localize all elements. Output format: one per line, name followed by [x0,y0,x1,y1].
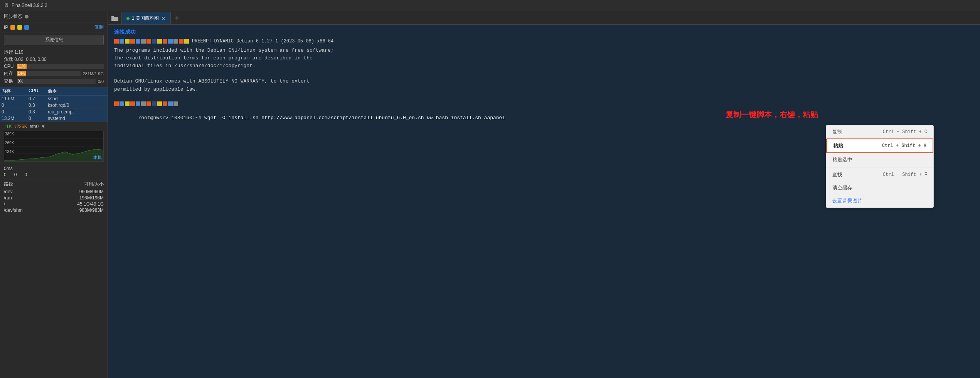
process-header: 内存 CPU 命令 [0,87,108,96]
cblock-10 [168,39,173,44]
app-title: FinalShell 3.9.2.2 [12,3,47,8]
sync-status: 同步状态 [4,13,29,20]
menu-paste-label: 粘贴 [833,142,843,149]
menu-bg-label: 设置背景图片 [832,197,862,204]
network-graph-svg [4,131,103,161]
proc-row-0[interactable]: 11.6M 0.7 sshd [0,96,108,102]
titlebar: 🖥 FinalShell 3.9.2.2 [0,0,980,11]
cpu-label: CPU [4,64,15,69]
menu-divider-1 [826,167,933,167]
graph-label-2: 134K [5,150,14,154]
proc-cmd-2: rcu_preempt [48,109,106,115]
tab-label-0: 1 美国西雅图 [132,15,159,22]
cblock2-0 [114,101,119,106]
cblock2-9 [163,101,167,106]
term-prompt: root@hwsrv-1080160:~# [138,115,204,121]
proc-row-2[interactable]: 0 0.3 rcu_preempt [0,109,108,115]
sidebar-header: 同步状态 [0,11,108,22]
swap-detail: 0/0 [98,79,104,84]
disk-avail-0: 960M/960M [79,189,104,194]
network-header: ↑1K ↓226K eth0 ▼ [4,124,104,129]
folder-icon[interactable] [108,12,122,24]
ip-row: IP 复制 [0,22,108,32]
cblock-4 [136,39,140,44]
network-section: ↑1K ↓226K eth0 ▼ 389K 269K 134K [0,122,108,165]
proc-header-cpu: CPU [29,88,48,94]
menu-copy-label: 复制 [832,128,842,135]
proc-cpu-2: 0.3 [29,109,48,115]
disk-row-3: /dev/shm 983M/983M [4,208,104,213]
app-icon: 🖥 [4,2,9,8]
cblock-11 [173,39,178,44]
tab-0[interactable]: 1 美国西雅图 ✕ [122,12,171,24]
swap-label: 交换 [4,78,15,84]
cblock2-1 [120,101,124,106]
mem-label: 内存 [4,70,15,77]
tab-close-0[interactable]: ✕ [161,15,166,22]
tab-add-button[interactable]: + [171,12,183,24]
cblock2-11 [173,101,178,106]
tab-dot-0 [126,17,130,20]
term-line-3 [114,70,974,77]
load-row: 负载 0.02, 0.03, 0.00 [4,56,104,63]
menu-item-copy[interactable]: 复制 Ctrl + Shift + C [826,125,933,138]
copy-button[interactable]: 复制 [94,24,104,30]
cblock2-3 [130,101,135,106]
proc-row-3[interactable]: 13.2M 0 systemd [0,115,108,122]
cblock2-4 [136,101,140,106]
stats-panel: 运行 1:19 负载 0.02, 0.03, 0.00 CPU 11% 内存 1… [0,47,108,87]
proc-mem-0: 11.6M [2,96,29,101]
menu-find-label: 查找 [832,171,842,178]
term-line-6 [114,94,974,101]
disk-avail-1: 196M/196M [79,195,104,201]
disk-avail-3: 983M/983M [79,208,104,213]
graph-label-1: 269K [5,141,14,145]
menu-item-bg[interactable]: 设置背景图片 [826,194,933,208]
cblock2-7 [152,101,157,106]
mem-progress: 内存 14% 281M/1.9G [4,70,104,77]
cblock-8 [157,39,162,44]
menu-item-clear[interactable]: 清空缓存 [826,181,933,194]
process-table: 内存 CPU 命令 11.6M 0.7 sshd 0 0.3 ksoftirqd… [0,87,108,122]
swap-percent-text: 0% [18,79,23,84]
menu-item-paste-select[interactable]: 粘贴选中 [826,153,933,166]
menu-item-paste[interactable]: 粘贴 Ctrl + Shift + V [826,138,933,153]
latency-row: 0ms [4,166,104,171]
cblock-1 [120,39,124,44]
menu-clear-label: 清空缓存 [832,184,852,191]
cblock2-10 [168,101,173,106]
net-dropdown-icon[interactable]: ▼ [41,124,45,129]
latency-section: 0ms 0 0 0 [0,165,108,179]
term-line-1: the exact distribution terms for each pr… [114,55,974,62]
terminal-panel[interactable]: 连接成功 PREEMPT_DYNAMIC Debian 6.1.27-1 (20… [108,25,980,378]
cblock-5 [141,39,146,44]
disk-path-1: /run [4,195,12,201]
proc-mem-3: 13.2M [2,116,29,121]
term-line-2: individual files in /usr/share/doc/*/cop… [114,62,974,69]
sysinfo-button[interactable]: 系统信息 [4,35,104,45]
latency-1: 0 [14,172,17,177]
disk-path-2: / [4,201,5,207]
graph-labels: 389K 269K 134K [5,132,14,154]
net-down-stat: ↓226K [14,124,27,129]
net-iface: eth0 [30,124,39,129]
graph-label-0: 389K [5,132,14,136]
disk-avail-2: 45.1G/49.1G [77,201,104,207]
proc-mem-1: 0 [2,103,29,108]
ip-dot-orange [10,25,15,30]
cblock2-8 [157,101,162,106]
cblock2-2 [125,101,130,106]
proc-row-1[interactable]: 0 0.3 ksoftirqd/0 [0,102,108,109]
menu-paste-shortcut: Ctrl + Shift + V [882,143,926,148]
disk-header-path: 路径 [4,181,13,187]
term-line-5: permitted by applicable law. [114,86,974,93]
swap-progress: 交换 0% 0/0 [4,78,104,84]
menu-item-find[interactable]: 查找 Ctrl + Shift + F [826,168,933,181]
menu-paste-select-label: 粘贴选中 [832,156,852,163]
sidebar: 同步状态 IP 复制 系统信息 运行 1:19 负载 0.02, 0.03, 0… [0,11,108,378]
cblock-13 [184,39,189,44]
color-blocks-row: PREEMPT_DYNAMIC Debian 6.1.27-1 (2023-05… [114,39,974,44]
proc-mem-2: 0 [2,109,29,115]
mem-percent-text: 14% [18,71,25,76]
red-overlay-text: 复制一键脚本，右键，粘贴 [726,110,818,120]
